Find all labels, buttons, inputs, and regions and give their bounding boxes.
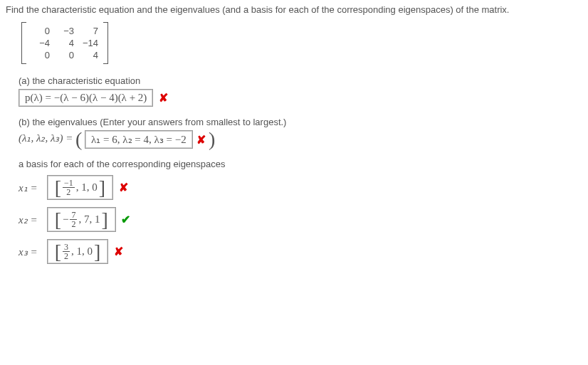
x1-frac-den: 2 [63, 188, 75, 196]
x3-answer[interactable]: [ 3 2 , 1, 0 ] [47, 239, 109, 264]
x1-rest: , 1, 0 [76, 181, 98, 194]
part-a-label: (a) the characteristic equation [19, 75, 582, 86]
x3-mark-icon: ✘ [114, 245, 123, 258]
x3-frac-den: 2 [63, 252, 70, 260]
part-b-answer[interactable]: λ₁ = 6, λ₂ = 4, λ₃ = −2 [85, 130, 193, 149]
bracket-left-icon: [ [53, 213, 63, 227]
x2-answer[interactable]: [ − 7 2 , 7, 1 ] [47, 207, 116, 232]
bracket-left-icon: [ [53, 245, 63, 259]
x2-minus: − [63, 213, 68, 226]
m-2-2: 4 [77, 49, 101, 61]
basis-label: a basis for each of the corresponding ei… [19, 159, 582, 169]
m-1-0: −4 [28, 37, 53, 49]
part-a-answer-text: p(λ) = −(λ − 6)(λ − 4)(λ + 2) [25, 92, 147, 103]
x1-frac: −1 2 [63, 179, 75, 196]
part-b-lhs: (λ₁, λ₂, λ₃) = [19, 132, 75, 144]
part-a-answer[interactable]: p(λ) = −(λ − 6)(λ − 4)(λ + 2) [19, 89, 153, 107]
x2-mark-icon: ✔ [121, 213, 130, 226]
bracket-right-icon: ] [100, 213, 109, 227]
m-1-2: −14 [77, 37, 101, 49]
x2-frac: 7 2 [70, 211, 77, 228]
x1-mark-icon: ✘ [119, 181, 128, 194]
m-0-2: 7 [77, 25, 101, 37]
x1-answer[interactable]: [ −1 2 , 1, 0 ] [47, 175, 113, 200]
x3-label: x₃ = [19, 245, 44, 258]
m-0-0: 0 [28, 25, 53, 37]
bracket-left-icon: [ [53, 181, 63, 195]
x2-frac-den: 2 [70, 220, 77, 228]
part-b-mark-icon: ✘ [196, 133, 206, 147]
question-prompt: Find the characteristic equation and the… [6, 4, 582, 15]
bracket-right-icon: ] [98, 181, 107, 195]
x3-frac: 3 2 [63, 243, 70, 260]
part-a-mark-icon: ✘ [159, 91, 168, 105]
paren-left: ( [75, 132, 82, 147]
given-matrix: 0 −3 7 −4 4 −14 0 0 4 [21, 22, 108, 64]
m-2-1: 0 [53, 49, 77, 61]
part-b-answer-text: λ₁ = 6, λ₂ = 4, λ₃ = −2 [91, 134, 187, 145]
bracket-right-icon: ] [93, 245, 102, 259]
m-2-0: 0 [28, 49, 53, 61]
paren-right: ) [209, 132, 215, 147]
x3-rest: , 1, 0 [71, 245, 93, 258]
x2-rest: , 7, 1 [78, 213, 100, 226]
x1-label: x₁ = [19, 181, 44, 194]
m-1-1: 4 [53, 37, 77, 49]
m-0-1: −3 [53, 25, 77, 37]
x2-label: x₂ = [19, 213, 44, 226]
part-b-label: (b) the eigenvalues (Enter your answers … [19, 117, 582, 127]
